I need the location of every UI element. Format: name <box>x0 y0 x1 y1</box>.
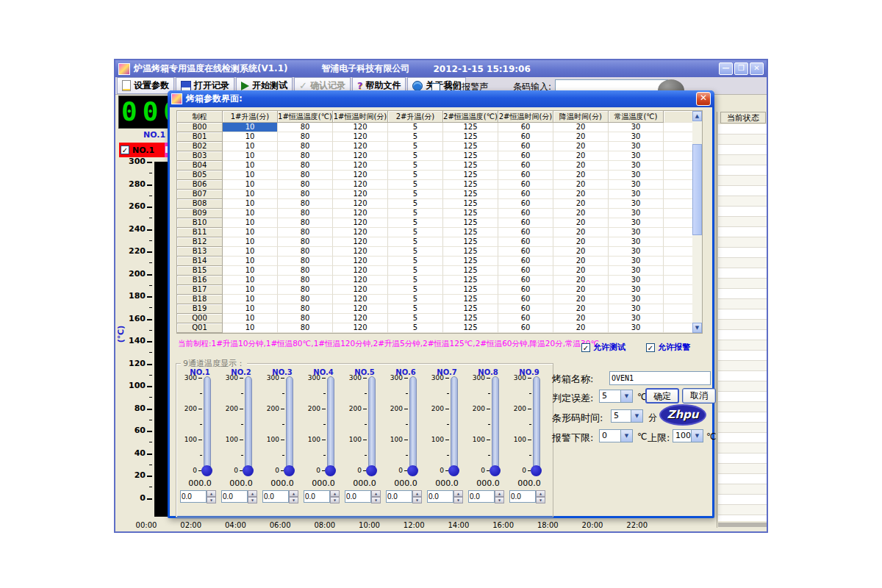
table-cell[interactable]: 30 <box>609 123 664 132</box>
table-cell[interactable]: 5 <box>388 295 443 304</box>
table-cell[interactable]: 120 <box>333 247 388 257</box>
table-cell[interactable]: 5 <box>388 266 443 276</box>
table-cell[interactable]: 80 <box>278 161 333 171</box>
table-cell[interactable]: 60 <box>498 132 553 142</box>
table-cell[interactable]: 80 <box>278 180 333 190</box>
table-cell[interactable]: 80 <box>278 190 333 199</box>
scroll-down-icon[interactable]: ▼ <box>692 323 702 333</box>
table-cell[interactable]: 60 <box>498 161 553 171</box>
table-cell[interactable]: 20 <box>553 323 609 333</box>
table-cell[interactable]: 60 <box>498 295 553 304</box>
table-cell[interactable]: 5 <box>388 161 443 171</box>
table-cell[interactable]: 30 <box>609 257 664 266</box>
table-cell[interactable]: 80 <box>278 228 333 237</box>
table-cell[interactable]: 10 <box>223 237 278 247</box>
table-cell[interactable]: 20 <box>553 161 609 171</box>
table-cell[interactable]: 30 <box>609 142 664 151</box>
table-cell[interactable]: 120 <box>333 257 388 266</box>
table-cell[interactable]: 20 <box>553 151 609 161</box>
minimize-icon[interactable]: — <box>719 62 733 75</box>
table-cell[interactable]: 120 <box>333 237 388 247</box>
alarm-high-combo[interactable]: 100▼ <box>673 429 703 442</box>
table-cell[interactable]: 30 <box>609 314 664 323</box>
table-cell[interactable]: 125 <box>443 123 498 132</box>
channel1-checkbox[interactable]: ✓ NO.1 <box>119 143 168 157</box>
spinner-buttons[interactable]: ▲▼ <box>495 490 504 503</box>
spin-down-icon[interactable]: ▼ <box>207 497 216 503</box>
table-row[interactable]: B0410801205125602030 <box>177 161 702 171</box>
scroll-thumb[interactable] <box>692 144 702 235</box>
table-cell[interactable]: 5 <box>388 132 443 142</box>
channel-input[interactable] <box>468 490 495 503</box>
table-cell[interactable]: 125 <box>443 247 498 257</box>
table-cell[interactable]: 5 <box>388 180 443 190</box>
table-cell[interactable]: 30 <box>609 237 664 247</box>
table-cell[interactable]: 10 <box>223 209 278 218</box>
table-cell[interactable]: 10 <box>223 314 278 323</box>
table-cell[interactable]: 10 <box>223 285 278 295</box>
table-cell[interactable]: 10 <box>223 123 278 132</box>
table-cell[interactable]: 60 <box>498 142 553 151</box>
table-cell[interactable]: 125 <box>443 142 498 151</box>
spinner-buttons[interactable]: ▲▼ <box>248 490 257 503</box>
table-cell[interactable]: 60 <box>498 209 553 218</box>
table-cell[interactable]: 80 <box>278 132 333 142</box>
table-cell[interactable]: 120 <box>333 314 388 323</box>
table-cell[interactable]: 60 <box>498 323 553 333</box>
table-cell[interactable]: 20 <box>553 247 609 257</box>
table-cell[interactable]: 10 <box>223 218 278 228</box>
table-cell[interactable]: 125 <box>443 199 498 209</box>
table-cell[interactable]: 20 <box>553 218 609 228</box>
table-cell[interactable]: 60 <box>498 276 553 285</box>
table-cell[interactable]: 5 <box>388 199 443 209</box>
spin-up-icon[interactable]: ▲ <box>495 490 504 497</box>
table-cell[interactable]: 125 <box>443 218 498 228</box>
column-header[interactable]: 2#升温(分) <box>388 111 443 123</box>
table-cell[interactable]: 60 <box>498 199 553 209</box>
table-cell[interactable]: 120 <box>333 276 388 285</box>
chevron-down-icon[interactable]: ▼ <box>620 390 632 402</box>
table-row[interactable]: Q0010801205125602030 <box>177 314 702 323</box>
alarm-low-combo[interactable]: 0▼ <box>599 429 633 442</box>
table-row[interactable]: B1410801205125602030 <box>177 257 702 266</box>
table-row[interactable]: B1210801205125602030 <box>177 237 702 247</box>
table-cell[interactable]: 10 <box>223 323 278 333</box>
table-cell[interactable]: 125 <box>443 266 498 276</box>
table-cell[interactable]: 60 <box>498 247 553 257</box>
table-cell[interactable]: 30 <box>609 190 664 199</box>
table-row[interactable]: B1110801205125602030 <box>177 228 702 237</box>
cancel-button[interactable]: 取消 <box>682 388 716 404</box>
table-cell[interactable]: 5 <box>388 257 443 266</box>
table-cell[interactable]: 60 <box>498 123 553 132</box>
table-cell[interactable]: 30 <box>609 323 664 333</box>
table-cell[interactable]: 120 <box>333 218 388 228</box>
table-cell[interactable]: 20 <box>553 237 609 247</box>
ok-button[interactable]: 确定 <box>645 388 679 404</box>
table-cell[interactable]: 30 <box>609 295 664 304</box>
table-cell[interactable]: 125 <box>443 209 498 218</box>
table-row[interactable]: B1810801205125602030 <box>177 295 702 304</box>
table-cell[interactable]: 30 <box>609 151 664 161</box>
table-cell[interactable]: 5 <box>388 142 443 151</box>
table-cell[interactable]: 80 <box>278 276 333 285</box>
spinner-buttons[interactable]: ▲▼ <box>453 490 463 503</box>
status-column-header[interactable]: 当前状态 <box>720 112 766 123</box>
table-cell[interactable]: 5 <box>388 190 443 199</box>
spinner-buttons[interactable]: ▲▼ <box>207 490 216 503</box>
table-cell[interactable]: 20 <box>553 180 609 190</box>
table-cell[interactable]: 125 <box>443 190 498 199</box>
table-row[interactable]: B0510801205125602030 <box>177 171 702 180</box>
table-cell[interactable]: 120 <box>333 228 388 237</box>
table-cell[interactable]: 30 <box>609 247 664 257</box>
table-cell[interactable]: 10 <box>223 142 278 151</box>
table-cell[interactable]: 20 <box>553 199 609 209</box>
table-cell[interactable]: 80 <box>278 218 333 228</box>
allow-alarm-checkbox[interactable]: ✓ 允许报警 <box>646 342 690 353</box>
table-cell[interactable]: 60 <box>498 218 553 228</box>
table-cell[interactable]: 120 <box>333 323 388 333</box>
table-cell[interactable]: 5 <box>388 123 443 132</box>
spin-down-icon[interactable]: ▼ <box>453 497 463 503</box>
table-cell[interactable]: 80 <box>278 323 333 333</box>
table-cell[interactable]: 125 <box>443 295 498 304</box>
table-cell[interactable]: 20 <box>553 171 609 180</box>
